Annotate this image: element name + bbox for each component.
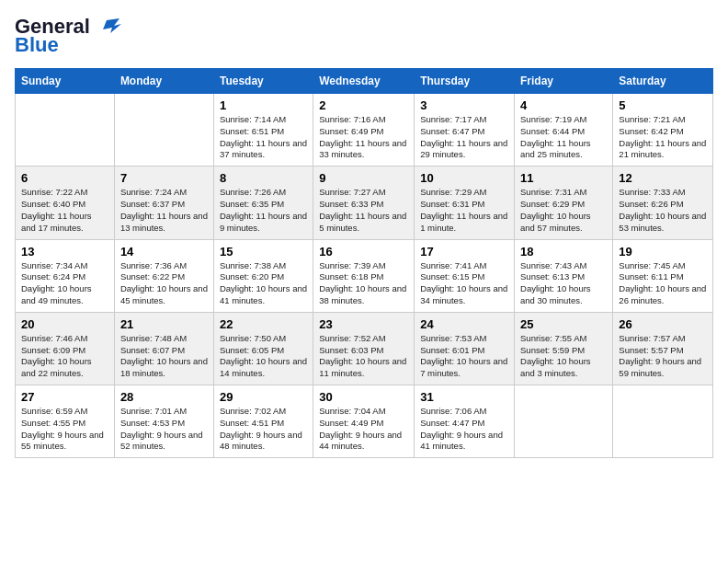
day-info: Sunrise: 7:33 AM Sunset: 6:26 PM Dayligh… <box>619 187 707 234</box>
day-number: 29 <box>220 390 307 404</box>
column-header-friday: Friday <box>515 69 613 94</box>
calendar-cell: 8Sunrise: 7:26 AM Sunset: 6:35 PM Daylig… <box>213 167 313 239</box>
calendar-cell <box>613 385 713 458</box>
calendar-week-row: 6Sunrise: 7:22 AM Sunset: 6:40 PM Daylig… <box>16 167 713 239</box>
calendar-cell: 13Sunrise: 7:34 AM Sunset: 6:24 PM Dayli… <box>16 239 115 312</box>
day-number: 24 <box>420 317 508 331</box>
day-info: Sunrise: 7:55 AM Sunset: 5:59 PM Dayligh… <box>520 333 607 380</box>
calendar-cell: 27Sunrise: 6:59 AM Sunset: 4:55 PM Dayli… <box>16 385 115 458</box>
calendar-cell: 4Sunrise: 7:19 AM Sunset: 6:44 PM Daylig… <box>515 94 613 167</box>
calendar-cell: 31Sunrise: 7:06 AM Sunset: 4:47 PM Dayli… <box>415 385 515 458</box>
calendar-cell: 15Sunrise: 7:38 AM Sunset: 6:20 PM Dayli… <box>213 239 313 312</box>
day-number: 23 <box>319 317 408 331</box>
day-info: Sunrise: 7:19 AM Sunset: 6:44 PM Dayligh… <box>520 114 607 161</box>
logo: General Blue <box>15 15 131 57</box>
day-info: Sunrise: 7:02 AM Sunset: 4:51 PM Dayligh… <box>220 406 307 453</box>
calendar-cell: 17Sunrise: 7:41 AM Sunset: 6:15 PM Dayli… <box>415 239 515 312</box>
calendar-cell: 16Sunrise: 7:39 AM Sunset: 6:18 PM Dayli… <box>313 239 415 312</box>
calendar-cell <box>16 94 115 167</box>
day-info: Sunrise: 7:14 AM Sunset: 6:51 PM Dayligh… <box>220 114 307 161</box>
logo-blue: Blue <box>15 33 59 57</box>
day-info: Sunrise: 7:26 AM Sunset: 6:35 PM Dayligh… <box>220 187 307 234</box>
calendar-week-row: 13Sunrise: 7:34 AM Sunset: 6:24 PM Dayli… <box>16 239 713 312</box>
calendar-cell: 6Sunrise: 7:22 AM Sunset: 6:40 PM Daylig… <box>16 167 115 239</box>
day-info: Sunrise: 7:34 AM Sunset: 6:24 PM Dayligh… <box>21 260 108 307</box>
calendar-cell: 20Sunrise: 7:46 AM Sunset: 6:09 PM Dayli… <box>16 312 115 385</box>
day-info: Sunrise: 7:22 AM Sunset: 6:40 PM Dayligh… <box>21 187 108 234</box>
calendar-cell <box>515 385 613 458</box>
calendar-cell: 26Sunrise: 7:57 AM Sunset: 5:57 PM Dayli… <box>613 312 713 385</box>
calendar-table: SundayMondayTuesdayWednesdayThursdayFrid… <box>15 68 713 458</box>
day-info: Sunrise: 7:38 AM Sunset: 6:20 PM Dayligh… <box>220 260 307 307</box>
calendar-cell: 28Sunrise: 7:01 AM Sunset: 4:53 PM Dayli… <box>114 385 213 458</box>
day-number: 21 <box>120 317 208 331</box>
calendar-cell: 19Sunrise: 7:45 AM Sunset: 6:11 PM Dayli… <box>613 239 713 312</box>
day-info: Sunrise: 7:17 AM Sunset: 6:47 PM Dayligh… <box>420 114 508 161</box>
day-info: Sunrise: 7:52 AM Sunset: 6:03 PM Dayligh… <box>319 333 408 380</box>
day-number: 6 <box>21 171 108 185</box>
day-number: 22 <box>220 317 307 331</box>
day-number: 5 <box>619 98 707 112</box>
day-info: Sunrise: 7:50 AM Sunset: 6:05 PM Dayligh… <box>220 333 307 380</box>
column-header-thursday: Thursday <box>415 69 515 94</box>
calendar-cell: 22Sunrise: 7:50 AM Sunset: 6:05 PM Dayli… <box>213 312 313 385</box>
day-number: 11 <box>520 171 607 185</box>
day-info: Sunrise: 7:31 AM Sunset: 6:29 PM Dayligh… <box>520 187 607 234</box>
calendar-cell: 2Sunrise: 7:16 AM Sunset: 6:49 PM Daylig… <box>313 94 415 167</box>
day-number: 9 <box>319 171 408 185</box>
day-number: 31 <box>420 390 508 404</box>
day-number: 14 <box>120 245 208 259</box>
day-info: Sunrise: 6:59 AM Sunset: 4:55 PM Dayligh… <box>21 406 108 453</box>
day-info: Sunrise: 7:57 AM Sunset: 5:57 PM Dayligh… <box>619 333 707 380</box>
calendar-body: 1Sunrise: 7:14 AM Sunset: 6:51 PM Daylig… <box>16 94 713 458</box>
calendar-cell: 29Sunrise: 7:02 AM Sunset: 4:51 PM Dayli… <box>213 385 313 458</box>
day-info: Sunrise: 7:06 AM Sunset: 4:47 PM Dayligh… <box>420 406 508 453</box>
day-info: Sunrise: 7:24 AM Sunset: 6:37 PM Dayligh… <box>120 187 208 234</box>
day-info: Sunrise: 7:43 AM Sunset: 6:13 PM Dayligh… <box>520 260 607 307</box>
day-info: Sunrise: 7:41 AM Sunset: 6:15 PM Dayligh… <box>420 260 508 307</box>
day-info: Sunrise: 7:04 AM Sunset: 4:49 PM Dayligh… <box>319 406 408 453</box>
day-number: 2 <box>319 98 408 112</box>
day-info: Sunrise: 7:16 AM Sunset: 6:49 PM Dayligh… <box>319 114 408 161</box>
day-number: 15 <box>220 245 307 259</box>
calendar-cell: 21Sunrise: 7:48 AM Sunset: 6:07 PM Dayli… <box>114 312 213 385</box>
day-info: Sunrise: 7:36 AM Sunset: 6:22 PM Dayligh… <box>120 260 208 307</box>
calendar-header-row: SundayMondayTuesdayWednesdayThursdayFrid… <box>16 69 713 94</box>
calendar-cell: 12Sunrise: 7:33 AM Sunset: 6:26 PM Dayli… <box>613 167 713 239</box>
day-info: Sunrise: 7:48 AM Sunset: 6:07 PM Dayligh… <box>120 333 208 380</box>
calendar-cell: 5Sunrise: 7:21 AM Sunset: 6:42 PM Daylig… <box>613 94 713 167</box>
day-number: 17 <box>420 245 508 259</box>
day-number: 18 <box>520 245 607 259</box>
calendar-cell: 24Sunrise: 7:53 AM Sunset: 6:01 PM Dayli… <box>415 312 515 385</box>
day-number: 12 <box>619 171 707 185</box>
day-number: 16 <box>319 245 408 259</box>
logo-bird-icon <box>94 17 131 37</box>
calendar-cell: 3Sunrise: 7:17 AM Sunset: 6:47 PM Daylig… <box>415 94 515 167</box>
day-number: 25 <box>520 317 607 331</box>
column-header-monday: Monday <box>114 69 213 94</box>
calendar-cell: 11Sunrise: 7:31 AM Sunset: 6:29 PM Dayli… <box>515 167 613 239</box>
column-header-sunday: Sunday <box>16 69 115 94</box>
day-info: Sunrise: 7:21 AM Sunset: 6:42 PM Dayligh… <box>619 114 707 161</box>
calendar-cell: 14Sunrise: 7:36 AM Sunset: 6:22 PM Dayli… <box>114 239 213 312</box>
day-number: 8 <box>220 171 307 185</box>
day-info: Sunrise: 7:46 AM Sunset: 6:09 PM Dayligh… <box>21 333 108 380</box>
calendar-cell: 10Sunrise: 7:29 AM Sunset: 6:31 PM Dayli… <box>415 167 515 239</box>
calendar-cell: 25Sunrise: 7:55 AM Sunset: 5:59 PM Dayli… <box>515 312 613 385</box>
day-number: 30 <box>319 390 408 404</box>
column-header-wednesday: Wednesday <box>313 69 415 94</box>
day-info: Sunrise: 7:01 AM Sunset: 4:53 PM Dayligh… <box>120 406 208 453</box>
calendar-cell: 23Sunrise: 7:52 AM Sunset: 6:03 PM Dayli… <box>313 312 415 385</box>
calendar-cell: 30Sunrise: 7:04 AM Sunset: 4:49 PM Dayli… <box>313 385 415 458</box>
day-number: 19 <box>619 245 707 259</box>
day-number: 27 <box>21 390 108 404</box>
day-number: 13 <box>21 245 108 259</box>
column-header-saturday: Saturday <box>613 69 713 94</box>
column-header-tuesday: Tuesday <box>213 69 313 94</box>
calendar-cell: 7Sunrise: 7:24 AM Sunset: 6:37 PM Daylig… <box>114 167 213 239</box>
calendar-week-row: 27Sunrise: 6:59 AM Sunset: 4:55 PM Dayli… <box>16 385 713 458</box>
day-number: 28 <box>120 390 208 404</box>
day-info: Sunrise: 7:39 AM Sunset: 6:18 PM Dayligh… <box>319 260 408 307</box>
page-header: General Blue <box>15 15 713 57</box>
day-info: Sunrise: 7:27 AM Sunset: 6:33 PM Dayligh… <box>319 187 408 234</box>
